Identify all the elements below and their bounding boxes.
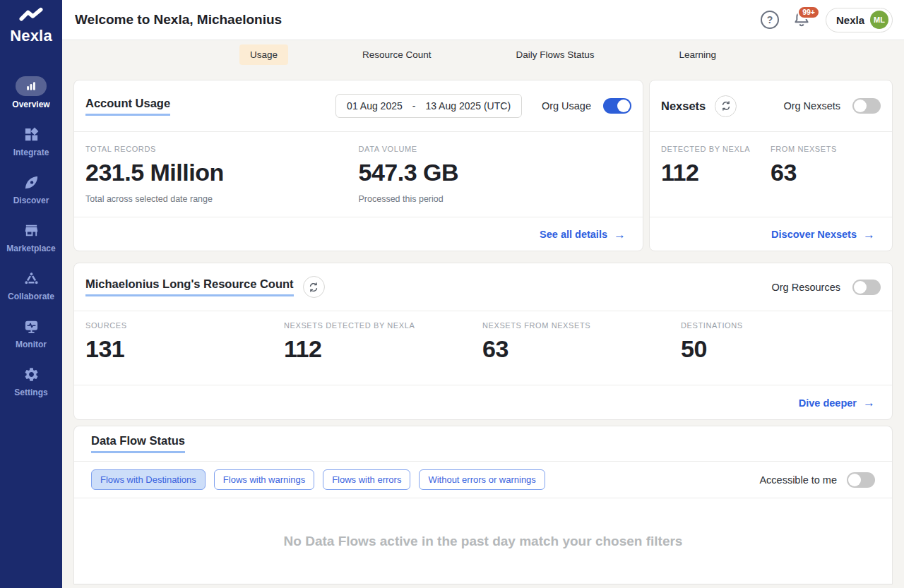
nexla-logo[interactable]: Nexla: [10, 6, 52, 45]
tab-usage[interactable]: Usage: [239, 44, 288, 65]
stat-caption: Total across selected date range: [85, 194, 359, 204]
toggle-knob: [854, 100, 867, 112]
page-title: Welcome to Nexla, Michaelonius: [75, 12, 282, 28]
org-switcher[interactable]: Nexla ML: [826, 8, 893, 32]
data-flow-status-title: Data Flow Status: [91, 434, 185, 453]
refresh-icon[interactable]: [715, 95, 737, 117]
toggle-knob: [617, 100, 630, 112]
sidebar-item-label: Settings: [14, 388, 47, 397]
resource-count-title: Michaelonius Long's Resource Count: [85, 277, 294, 296]
header-actions: ? 99+ Nexla ML: [761, 8, 893, 32]
sources-stat: SOURCES 131: [85, 321, 284, 385]
accessible-to-me-toggle-label: Accessible to me: [759, 474, 837, 486]
link-text: Discover Nexsets: [771, 229, 857, 240]
toggle-knob: [848, 474, 861, 486]
stat-label: SOURCES: [85, 321, 284, 330]
compass-icon: [16, 172, 47, 192]
sidebar-item-overview[interactable]: Overview: [0, 76, 62, 109]
notifications-button[interactable]: 99+: [792, 8, 813, 31]
account-usage-title: Account Usage: [85, 97, 170, 116]
filter-without-errors-or-warnings[interactable]: Without errors or warnings: [419, 469, 545, 490]
dive-deeper-link[interactable]: Dive deeper →: [799, 397, 875, 409]
sidebar-item-collaborate[interactable]: Collaborate: [0, 268, 62, 301]
detected-by-nexla-stat: DETECTED BY NEXLA 112: [661, 145, 771, 217]
date-range-picker[interactable]: 01 Aug 2025 - 13 Aug 2025 (UTC): [335, 94, 522, 118]
stat-value: 547.3 GB: [359, 159, 632, 186]
share-nodes-icon: [16, 268, 47, 288]
accessible-to-me-toggle[interactable]: [847, 472, 875, 488]
refresh-icon[interactable]: [303, 276, 325, 298]
stat-value: 131: [85, 335, 284, 363]
nexsets-card: Nexsets Org Nexsets DETECTED BY NEXLA 11…: [649, 80, 893, 251]
sidebar-item-monitor[interactable]: Monitor: [0, 316, 62, 349]
org-nexsets-toggle[interactable]: [852, 98, 881, 114]
sidebar: Nexla Overview Integrate Discover Market…: [0, 0, 62, 588]
stat-value: 231.5 Million: [85, 159, 359, 186]
stat-value: 63: [482, 335, 681, 363]
sidebar-item-label: Discover: [13, 196, 49, 205]
stat-caption: Processed this period: [359, 194, 632, 204]
tab-daily-flows-status[interactable]: Daily Flows Status: [506, 44, 605, 65]
org-name: Nexla: [836, 14, 864, 26]
dashboard-tabs: Usage Resource Count Daily Flows Status …: [62, 40, 904, 68]
stat-value: 112: [661, 159, 771, 186]
data-volume-stat: DATA VOLUME 547.3 GB Processed this peri…: [359, 145, 632, 217]
sidebar-item-discover[interactable]: Discover: [0, 172, 62, 205]
avatar: ML: [870, 11, 888, 29]
data-flow-status-card: Data Flow Status Flows with Destinations…: [73, 426, 893, 584]
main-content: Account Usage 01 Aug 2025 - 13 Aug 2025 …: [62, 68, 904, 588]
org-usage-toggle[interactable]: [603, 98, 631, 114]
stat-value: 50: [681, 335, 879, 363]
date-range-end: 13 Aug 2025 (UTC): [425, 100, 511, 112]
sidebar-item-integrate[interactable]: Integrate: [0, 124, 62, 157]
filter-flows-with-warnings[interactable]: Flows with warnings: [214, 469, 314, 490]
nexla-wave-icon: [18, 6, 44, 27]
widgets-icon: [16, 124, 47, 144]
total-records-stat: TOTAL RECORDS 231.5 Million Total across…: [85, 145, 359, 217]
sidebar-item-label: Marketplace: [6, 244, 55, 253]
bar-chart-icon: [16, 76, 47, 96]
help-icon[interactable]: ?: [761, 11, 779, 29]
stat-label: DESTINATIONS: [681, 321, 879, 330]
see-all-details-link[interactable]: See all details →: [540, 229, 626, 241]
stat-label: NEXSETS DETECTED BY NEXLA: [284, 321, 482, 330]
tab-learning[interactable]: Learning: [669, 44, 727, 65]
sidebar-nav: Overview Integrate Discover Marketplace …: [0, 76, 62, 412]
monitor-pulse-icon: [16, 316, 47, 336]
sidebar-item-label: Monitor: [16, 340, 47, 349]
storefront-icon: [16, 220, 47, 240]
link-text: See all details: [540, 229, 607, 240]
org-resources-toggle-label: Org Resources: [771, 282, 840, 293]
nexsets-from-nexsets-stat: NEXSETS FROM NEXSETS 63: [482, 321, 681, 385]
filter-flows-with-errors[interactable]: Flows with errors: [323, 469, 410, 490]
resource-count-card: Michaelonius Long's Resource Count Org R…: [73, 263, 893, 420]
notification-count-badge: 99+: [797, 6, 820, 19]
org-usage-toggle-label: Org Usage: [542, 100, 591, 112]
stat-value: 63: [771, 159, 880, 186]
toggle-knob: [854, 281, 867, 294]
stat-label: DETECTED BY NEXLA: [661, 145, 771, 153]
stat-label: NEXSETS FROM NEXSETS: [482, 321, 681, 330]
top-header: Welcome to Nexla, Michaelonius ? 99+ Nex…: [62, 0, 904, 40]
tab-resource-count[interactable]: Resource Count: [352, 44, 442, 65]
arrow-right-icon: →: [614, 229, 626, 241]
sidebar-item-label: Overview: [12, 100, 49, 109]
account-usage-card: Account Usage 01 Aug 2025 - 13 Aug 2025 …: [73, 80, 643, 251]
nexla-logo-text: Nexla: [10, 27, 52, 45]
stat-value: 112: [284, 335, 482, 363]
org-nexsets-toggle-label: Org Nexsets: [783, 100, 840, 112]
arrow-right-icon: →: [863, 229, 875, 241]
stat-label: DATA VOLUME: [359, 145, 632, 153]
filter-flows-with-destinations[interactable]: Flows with Destinations: [91, 469, 206, 490]
date-range-separator: -: [412, 100, 416, 112]
destinations-stat: DESTINATIONS 50: [681, 321, 879, 385]
sidebar-item-label: Integrate: [13, 148, 49, 157]
org-resources-toggle[interactable]: [852, 280, 881, 295]
discover-nexsets-link[interactable]: Discover Nexsets →: [771, 229, 875, 241]
sidebar-item-marketplace[interactable]: Marketplace: [0, 220, 62, 253]
date-range-start: 01 Aug 2025: [347, 100, 403, 112]
from-nexsets-stat: FROM NEXSETS 63: [771, 145, 880, 217]
stat-label: TOTAL RECORDS: [85, 145, 359, 153]
sidebar-item-settings[interactable]: Settings: [0, 364, 62, 397]
arrow-right-icon: →: [863, 397, 875, 409]
